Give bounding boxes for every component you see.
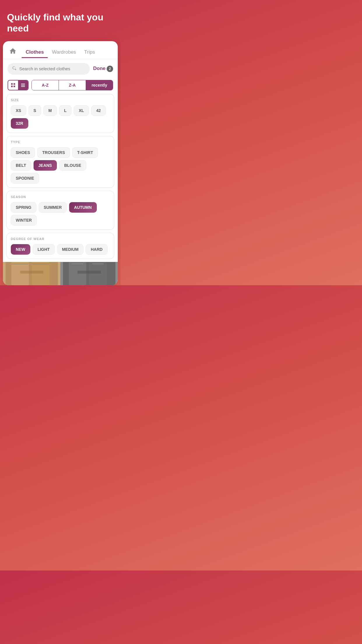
search-input[interactable]	[19, 66, 85, 71]
degree-filter-tags: NEW LIGHT MEDIUM HARD	[11, 244, 110, 255]
season-tag-winter[interactable]: WINTER	[11, 215, 37, 225]
type-tag-tshirt[interactable]: T-SHIRT	[72, 147, 98, 158]
tab-clothes[interactable]: Clothes	[22, 46, 48, 58]
svg-rect-2	[11, 85, 13, 87]
clothing-thumbnail-2[interactable]	[60, 262, 118, 285]
svg-rect-16	[78, 271, 101, 274]
size-tag-s[interactable]: S	[29, 105, 41, 116]
degree-tag-medium[interactable]: MEDIUM	[57, 244, 84, 255]
hero-title: Quickly find what you need	[0, 0, 121, 41]
clothing-thumbnail-1[interactable]	[3, 262, 60, 285]
svg-rect-11	[11, 263, 29, 265]
size-tag-xl[interactable]: XL	[74, 105, 89, 116]
sort-buttons: A-Z Z-A recently	[31, 80, 113, 90]
clothing-image-2	[60, 262, 118, 285]
size-filter-label: SIZE	[11, 98, 110, 102]
app-card: Clothes Wardrobes Trips Done2	[3, 41, 118, 285]
sort-row: A-Z Z-A recently	[3, 79, 118, 94]
list-view-button[interactable]	[18, 80, 28, 90]
svg-rect-17	[72, 263, 83, 264]
size-tag-32r[interactable]: 32R	[11, 118, 28, 129]
season-tag-autumn[interactable]: AUTUMN	[69, 202, 97, 213]
season-filter-label: SEASON	[11, 195, 110, 199]
search-icon	[12, 66, 17, 72]
degree-tag-light[interactable]: LIGHT	[33, 244, 55, 255]
svg-rect-6	[21, 86, 25, 87]
season-tag-summer[interactable]: SUMMER	[39, 202, 67, 213]
home-icon[interactable]	[8, 46, 18, 56]
type-filter-section: TYPE SHOES TROUSERS T-SHIRT BELT JEANS B…	[6, 136, 114, 188]
season-filter-tags: SPRING SUMMER AUTUMN WINTER	[11, 202, 110, 225]
svg-rect-3	[14, 85, 15, 87]
svg-rect-12	[32, 263, 49, 265]
type-filter-label: TYPE	[11, 140, 110, 144]
degree-filter-section: DEGREE OF WEAR NEW LIGHT MEDIUM HARD	[6, 233, 114, 259]
type-filter-tags: SHOES TROUSERS T-SHIRT BELT JEANS BLOUSE…	[11, 147, 110, 183]
tab-bar: Clothes Wardrobes Trips	[3, 41, 118, 59]
svg-rect-4	[21, 84, 25, 84]
season-tag-spring[interactable]: SPRING	[11, 202, 36, 213]
tab-wardrobes[interactable]: Wardrobes	[48, 46, 80, 58]
svg-rect-10	[20, 271, 43, 274]
svg-rect-0	[11, 83, 13, 85]
image-strip	[3, 262, 118, 285]
search-row: Done2	[3, 59, 118, 79]
size-tag-xs[interactable]: XS	[11, 105, 26, 116]
done-badge: 2	[107, 66, 113, 72]
size-tag-m[interactable]: M	[43, 105, 57, 116]
sort-az-button[interactable]: A-Z	[32, 80, 59, 90]
degree-tag-new[interactable]: NEW	[11, 244, 30, 255]
type-tag-shoes[interactable]: SHOES	[11, 147, 35, 158]
svg-rect-18	[92, 263, 104, 264]
done-button[interactable]: Done2	[93, 66, 113, 72]
grid-view-button[interactable]	[8, 80, 18, 90]
size-filter-tags: XS S M L XL 42 32R	[11, 105, 110, 129]
type-tag-spodnie[interactable]: SPODNIE	[11, 173, 39, 183]
degree-filter-label: DEGREE OF WEAR	[11, 237, 110, 241]
degree-tag-hard[interactable]: HARD	[86, 244, 107, 255]
svg-rect-5	[21, 85, 25, 85]
size-tag-l[interactable]: L	[59, 105, 72, 116]
svg-rect-1	[14, 83, 15, 85]
type-tag-jeans[interactable]: JEANS	[34, 160, 57, 171]
type-tag-belt[interactable]: BELT	[11, 160, 31, 171]
type-tag-blouse[interactable]: BLOUSE	[59, 160, 86, 171]
size-filter-section: SIZE XS S M L XL 42 32R	[6, 94, 114, 133]
sort-za-button[interactable]: Z-A	[59, 80, 86, 90]
view-toggle	[8, 80, 29, 90]
size-tag-42[interactable]: 42	[91, 105, 106, 116]
tab-trips[interactable]: Trips	[80, 46, 99, 58]
clothing-image-1	[3, 262, 60, 285]
search-box	[8, 63, 90, 75]
season-filter-section: SEASON SPRING SUMMER AUTUMN WINTER	[6, 191, 114, 230]
type-tag-trousers[interactable]: TROUSERS	[37, 147, 70, 158]
sort-recently-button[interactable]: recently	[86, 80, 113, 90]
